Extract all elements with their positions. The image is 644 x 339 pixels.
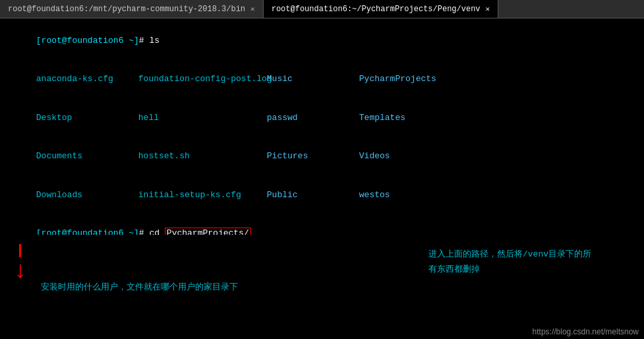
annotation-area: ↓ 安装时用的什么用户，文件就在哪个用户的家目录下 进入上面的路径，然后将/ve…: [0, 235, 644, 339]
terminal-line-1: [root@foundation6 ~]# ls: [5, 21, 639, 60]
ls-col2-r1: foundation-config-post.log: [138, 73, 267, 86]
tab-2-label: root@foundation6:~/PycharmProjects/Peng/…: [272, 5, 481, 14]
ls-col1-r3: Documents: [36, 150, 138, 163]
ls-col2-r3: hostset.sh: [138, 150, 267, 163]
ls-col2-r4: initial-setup-ks.cfg: [138, 189, 267, 202]
tab-bar: root@foundation6:/mnt/pycharm-community-…: [0, 0, 644, 18]
annotation-left-text: 安装时用的什么用户，文件就在哪个用户的家目录下: [41, 281, 238, 293]
ls-col4-r4: westos: [359, 190, 390, 200]
ls-col2-r2: hell: [138, 111, 267, 125]
tab-2[interactable]: root@foundation6:~/PycharmProjects/Peng/…: [264, 0, 498, 18]
ls-col3-r3: Pictures: [267, 150, 359, 163]
tab-2-close[interactable]: ✕: [486, 5, 490, 13]
ls-col4-r1: PycharmProjects: [359, 74, 436, 84]
terminal-line-5: Downloadsinitial-setup-ks.cfgPublicwesto…: [5, 175, 639, 214]
annotation-right-line1: 进入上面的路径，然后将/venv目录下的所: [428, 247, 591, 262]
arrow-down-icon: ↓: [13, 260, 28, 284]
watermark: https://blog.csdn.net/meltsnow: [533, 327, 639, 336]
terminal-line-3: DesktophellpasswdTemplates: [5, 98, 639, 137]
cmd-1: # ls: [139, 36, 160, 46]
terminal-line-4: Documentshostset.shPicturesVideos: [5, 137, 639, 176]
ls-col1-r2: Desktop: [36, 111, 138, 125]
tab-1-close[interactable]: ✕: [250, 5, 255, 13]
ls-col3-r1: Music: [267, 73, 359, 86]
arrow-annotation: ↓: [13, 244, 28, 284]
arrow-shaft: [19, 244, 21, 257]
ls-col3-r4: Public: [267, 189, 359, 202]
terminal-line-2: anaconda-ks.cfgfoundation-config-post.lo…: [5, 60, 639, 99]
tab-1[interactable]: root@foundation6:/mnt/pycharm-community-…: [0, 0, 264, 18]
terminal-window: [root@foundation6 ~]# ls anaconda-ks.cfg…: [0, 18, 644, 339]
ls-col4-r2: Templates: [359, 113, 405, 123]
ls-col1-r4: Downloads: [36, 189, 138, 202]
prompt-1: [root@foundation6 ~]: [36, 36, 139, 46]
ls-col4-r3: Videos: [359, 151, 390, 161]
annotation-right-text: 进入上面的路径，然后将/venv目录下的所 有东西都删掉: [428, 247, 591, 278]
ls-col1-r1: anaconda-ks.cfg: [36, 73, 138, 86]
tab-1-label: root@foundation6:/mnt/pycharm-community-…: [8, 5, 245, 14]
annotation-right-line2: 有东西都删掉: [428, 262, 591, 277]
ls-col3-r2: passwd: [267, 111, 359, 125]
